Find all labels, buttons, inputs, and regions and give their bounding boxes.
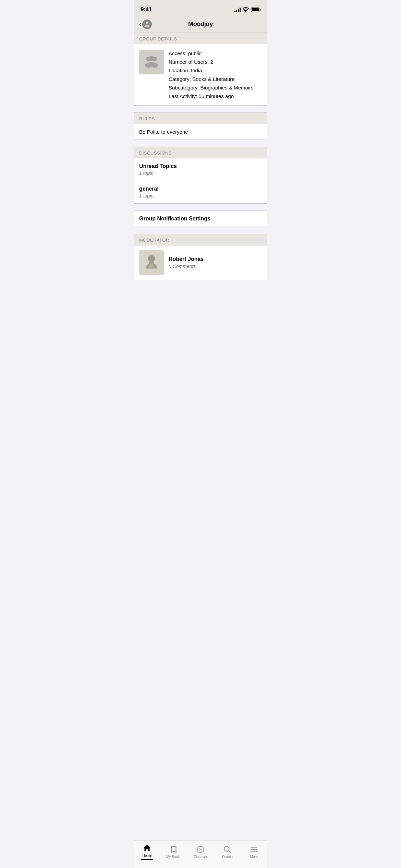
chevron-left-icon: ‹ <box>139 21 142 28</box>
moderator-name: Robert Jonas <box>169 256 262 262</box>
group-details-section-header: GROUP DETAILS <box>134 33 267 44</box>
group-users: Number of Users: 2 <box>169 58 262 65</box>
rule-item: Be Polite to everyone <box>134 124 267 140</box>
moderator-comments: 0 Comments <box>169 264 262 269</box>
rules-label: RULES <box>139 116 155 121</box>
notification-settings-row[interactable]: Group Notification Settings <box>134 210 267 227</box>
header: ‹ Moodjoy <box>134 17 267 33</box>
group-access: Access: public <box>169 50 262 57</box>
moderator-section-header: MODERATOR <box>134 234 267 245</box>
notification-settings-label: Group Notification Settings <box>139 216 210 221</box>
back-button[interactable]: ‹ <box>139 20 152 29</box>
group-location: Location: India <box>169 67 262 74</box>
group-details-label: GROUP DETAILS <box>139 36 177 41</box>
back-avatar <box>142 20 152 29</box>
wifi-icon <box>243 7 249 12</box>
discussion-item-unread[interactable]: Unread Topics 1 topic <box>134 158 267 181</box>
spacer-4 <box>134 227 267 234</box>
spacer-2 <box>134 140 267 147</box>
discussion-subtitle-unread: 1 topic <box>139 170 262 176</box>
spacer-3 <box>134 204 267 210</box>
rule-text: Be Polite to everyone <box>139 129 188 135</box>
group-avatar <box>139 50 164 74</box>
svg-point-5 <box>147 62 156 68</box>
battery-icon <box>251 8 260 12</box>
discussion-item-general[interactable]: general 1 topic <box>134 181 267 204</box>
moderator-label: MODERATOR <box>139 238 169 243</box>
status-bar: 9:41 <box>134 0 267 17</box>
discussions-label: DISCUSSIONS <box>139 150 172 156</box>
content: GROUP DETAILS Access: public Number of U… <box>134 33 267 311</box>
group-details-row: Access: public Number of Users: 2 Locati… <box>134 44 267 106</box>
spacer-1 <box>134 106 267 112</box>
group-category: Category: Books & Literature <box>169 75 262 83</box>
moderator-avatar <box>139 250 164 275</box>
signal-icon <box>234 7 241 12</box>
moderator-row[interactable]: Robert Jonas 0 Comments <box>134 245 267 280</box>
moderator-info: Robert Jonas 0 Comments <box>169 256 262 269</box>
group-last-activity: Last Activity: 55 minutes ago <box>169 93 262 100</box>
rules-section-header: RULES <box>134 112 267 124</box>
discussion-title-unread: Unread Topics <box>139 163 262 169</box>
group-subcategory: Subcategory: Biographies & Memoirs <box>169 84 262 91</box>
status-time: 9:41 <box>141 6 152 13</box>
svg-point-6 <box>148 255 155 262</box>
svg-point-2 <box>149 56 154 61</box>
discussion-subtitle-general: 1 topic <box>139 193 262 198</box>
discussion-title-general: general <box>139 186 262 192</box>
discussions-section-header: DISCUSSIONS <box>134 147 267 158</box>
status-icons <box>234 7 260 12</box>
group-info: Access: public Number of Users: 2 Locati… <box>169 50 262 100</box>
header-title: Moodjoy <box>188 21 213 28</box>
